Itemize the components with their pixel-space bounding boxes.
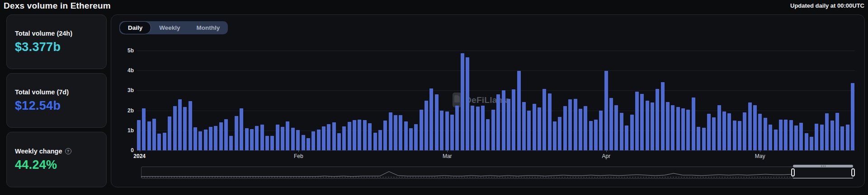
volume-bar[interactable] [594, 120, 598, 151]
volume-bar[interactable] [707, 114, 711, 150]
volume-bar[interactable] [815, 124, 818, 150]
volume-bar[interactable] [717, 105, 721, 150]
navigator-left-handle[interactable] [791, 168, 795, 176]
volume-bar[interactable] [399, 115, 402, 150]
volume-bar[interactable] [553, 121, 557, 150]
volume-bar[interactable] [173, 106, 177, 150]
volume-bar[interactable] [533, 104, 536, 150]
volume-bar[interactable] [810, 137, 813, 150]
volume-bar[interactable] [784, 120, 788, 151]
volume-bar[interactable] [733, 121, 736, 150]
volume-bar[interactable] [440, 111, 443, 150]
volume-bar[interactable] [147, 121, 151, 150]
tab-monthly[interactable]: Monthly [189, 21, 228, 34]
volume-bar[interactable] [291, 128, 295, 150]
volume-bar[interactable] [240, 108, 243, 150]
volume-bar[interactable] [209, 127, 212, 150]
volume-bar[interactable] [142, 108, 146, 150]
tab-daily[interactable]: Daily [119, 21, 151, 34]
volume-bar[interactable] [296, 130, 300, 150]
volume-bar[interactable] [542, 89, 546, 150]
volume-bar[interactable] [692, 98, 695, 150]
volume-bar[interactable] [317, 130, 321, 150]
volume-bar[interactable] [527, 111, 531, 150]
volume-bar[interactable] [302, 135, 305, 150]
volume-bar[interactable] [332, 122, 336, 150]
volume-bar[interactable] [152, 119, 156, 150]
volume-bar[interactable] [435, 94, 439, 150]
volume-bar[interactable] [640, 94, 644, 150]
volume-bar[interactable] [563, 106, 567, 150]
volume-bar[interactable] [311, 131, 315, 150]
volume-bar[interactable] [476, 107, 480, 150]
volume-bar[interactable] [769, 125, 772, 150]
volume-bar[interactable] [327, 124, 330, 150]
volume-bar[interactable] [214, 126, 217, 150]
volume-bar[interactable] [178, 99, 182, 150]
volume-bar[interactable] [748, 102, 752, 150]
volume-bar[interactable] [420, 110, 423, 150]
volume-bar[interactable] [661, 82, 665, 150]
volume-bar[interactable] [558, 117, 561, 150]
volume-bar[interactable] [219, 122, 223, 150]
volume-bar[interactable] [825, 113, 829, 150]
volume-bar[interactable] [496, 94, 500, 150]
volume-bar[interactable] [538, 107, 541, 150]
volume-bar[interactable] [599, 111, 603, 150]
volume-bar[interactable] [353, 120, 356, 150]
volume-bar[interactable] [378, 130, 382, 150]
volume-bar[interactable] [466, 57, 469, 150]
volume-bar[interactable] [574, 99, 577, 150]
volume-bar[interactable] [646, 101, 649, 150]
volume-bar[interactable] [774, 130, 778, 150]
volume-bar[interactable] [245, 128, 249, 150]
volume-bar[interactable] [270, 136, 274, 150]
volume-bar[interactable] [348, 122, 351, 150]
volume-bar[interactable] [250, 129, 254, 150]
volume-bar[interactable] [383, 121, 387, 150]
volume-bar[interactable] [727, 113, 731, 150]
volume-bar[interactable] [676, 107, 680, 150]
volume-bar[interactable] [635, 92, 639, 150]
volume-bar[interactable] [281, 127, 284, 150]
volume-bar[interactable] [229, 136, 233, 150]
volume-bar[interactable] [224, 119, 228, 150]
volume-bar[interactable] [764, 118, 767, 150]
volume-bar[interactable] [846, 125, 849, 150]
volume-bar[interactable] [157, 134, 161, 150]
volume-bar[interactable] [799, 123, 803, 150]
volume-bar[interactable] [445, 111, 449, 150]
volume-bar[interactable] [368, 123, 372, 150]
volume-bar[interactable] [753, 105, 757, 150]
volume-bar[interactable] [204, 130, 208, 150]
volume-bar[interactable] [235, 116, 238, 150]
volume-bar[interactable] [481, 106, 485, 150]
volume-bar[interactable] [193, 127, 197, 150]
volume-bar[interactable] [137, 120, 141, 150]
volume-bar[interactable] [502, 90, 505, 150]
volume-bar[interactable] [389, 112, 392, 150]
navigator-selection-window[interactable] [793, 167, 853, 179]
volume-bar[interactable] [614, 105, 618, 150]
volume-bar[interactable] [425, 101, 428, 150]
range-navigator[interactable] [141, 167, 853, 179]
volume-bar[interactable] [342, 126, 346, 150]
volume-bar[interactable] [471, 106, 474, 150]
volume-bar[interactable] [702, 128, 706, 150]
volume-bar[interactable] [429, 88, 433, 150]
volume-bar[interactable] [579, 109, 582, 150]
volume-bar[interactable] [337, 133, 341, 150]
volume-bar[interactable] [307, 138, 310, 150]
volume-bar[interactable] [620, 113, 623, 150]
volume-bar[interactable] [404, 121, 408, 150]
volume-bar[interactable] [265, 136, 269, 150]
volume-bar[interactable] [189, 101, 192, 150]
volume-bar[interactable] [286, 121, 289, 150]
volume-bar[interactable] [568, 99, 572, 150]
volume-bar[interactable] [322, 126, 326, 150]
volume-bar[interactable] [507, 99, 510, 150]
info-question-icon[interactable]: ? [65, 148, 71, 154]
volume-bar[interactable] [394, 115, 397, 150]
volume-bar[interactable] [789, 120, 793, 150]
navigator-right-handle[interactable] [851, 168, 855, 176]
